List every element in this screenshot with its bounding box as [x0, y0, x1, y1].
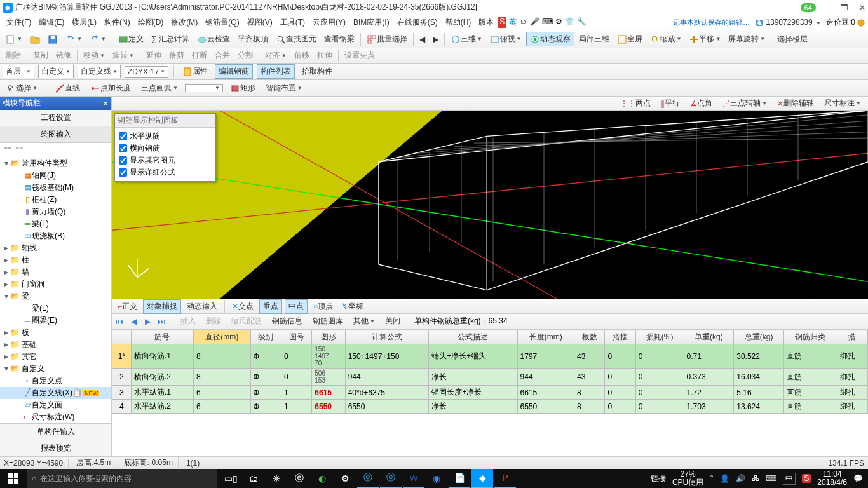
tray-cpu[interactable]: 27%CPU使用 [672, 470, 703, 487]
tree-slab[interactable]: ▭现浇板(B) [0, 230, 111, 242]
col-header[interactable]: 级别 [250, 330, 281, 344]
property-button[interactable]: 属性 [179, 65, 211, 78]
batch-select-button[interactable]: 批量选择 [363, 32, 410, 46]
split-action[interactable]: 分割 [234, 49, 256, 62]
table-cell[interactable]: Φ [250, 386, 281, 400]
tree-custom-point[interactable]: ◦自定义点 [0, 375, 111, 387]
table-row[interactable]: 1*横向钢筋.18Φ0150149770150+1497+150端头+净长+端头… [112, 344, 868, 369]
word-icon[interactable]: W [403, 469, 424, 488]
table-cell[interactable]: 944 [345, 369, 429, 386]
table-cell[interactable]: 8 [194, 344, 250, 369]
table-cell[interactable]: 3 [112, 386, 132, 400]
col-header[interactable]: 搭 [837, 330, 867, 344]
menu-bim[interactable]: BIM应用(I) [349, 16, 393, 29]
ppt-icon[interactable]: P [494, 469, 516, 488]
insert-row[interactable]: 插入 [177, 315, 199, 328]
tree-group-other[interactable]: ▸📁 其它 [0, 351, 111, 363]
tray-ime[interactable]: 中 [783, 473, 796, 485]
tree-beam-l[interactable]: ═梁(L) [0, 302, 111, 315]
table-cell[interactable]: 横向钢筋.2 [131, 369, 193, 386]
align-action[interactable]: 对齐▼ [262, 49, 290, 62]
table-cell[interactable]: 0 [281, 344, 311, 369]
table-cell[interactable]: 2 [112, 369, 132, 386]
merge-action[interactable]: 合并 [212, 49, 233, 62]
menu-online[interactable]: 在线服务(S) [393, 16, 442, 29]
grip-action[interactable]: 设置夹点 [341, 49, 378, 62]
category-combo[interactable]: 自定义▼ [38, 65, 74, 78]
menu-view[interactable]: 视图(V) [243, 16, 276, 29]
offset-action[interactable]: 偏移 [291, 49, 313, 62]
table-cell[interactable]: 16.034 [734, 369, 784, 386]
ime-smile-icon[interactable]: ☺ [519, 17, 527, 28]
table-cell[interactable]: 0 [605, 344, 635, 369]
table-cell[interactable]: 横向钢筋.1 [131, 344, 193, 369]
table-cell[interactable]: 944 [517, 369, 574, 386]
snap-coord[interactable]: ↯坐标 [339, 300, 367, 313]
table-cell[interactable]: 8 [194, 369, 250, 386]
table-cell[interactable]: 0 [605, 369, 635, 386]
first-record[interactable]: ⏮ [114, 316, 125, 327]
prev-record[interactable]: ◀ [128, 316, 139, 327]
menu-floor[interactable]: 楼层(L) [68, 16, 100, 29]
tree-group-column[interactable]: ▸📁 柱 [0, 254, 111, 266]
expand-icon[interactable]: ⁺⁺ [4, 145, 11, 154]
tray-up-icon[interactable]: ˄ [710, 474, 714, 483]
tray-volume-icon[interactable]: 🔊 [736, 474, 745, 483]
table-cell[interactable]: Φ [250, 369, 281, 386]
cb-show-formula[interactable] [119, 168, 127, 177]
move-action[interactable]: 移动▼ [80, 49, 108, 62]
ime-shirt-icon[interactable]: 👕 [565, 17, 574, 28]
table-cell[interactable]: 0 [635, 386, 684, 400]
flat-board-button[interactable]: 平齐板顶 [234, 32, 271, 46]
table-cell[interactable]: 净长 [429, 369, 517, 386]
close-panel[interactable]: 关闭 [382, 315, 403, 328]
table-cell[interactable]: 1* [112, 344, 132, 369]
tree-ringbeam[interactable]: ═圈梁(E) [0, 315, 111, 327]
parallel-aux[interactable]: ‖ 平行 [658, 97, 683, 110]
rebar-info[interactable]: 钢筋信息 [269, 315, 306, 328]
line-tool[interactable]: 直线 [51, 81, 83, 95]
maximize-button[interactable]: 🗖 [840, 3, 848, 12]
chrome-icon[interactable]: ◉ [426, 469, 447, 488]
ime-keyb-icon[interactable]: ⌨ [542, 17, 553, 28]
table-cell[interactable]: 端头+净长+端头 [429, 344, 517, 369]
tree-group-opening[interactable]: ▸📁 门窗洞 [0, 278, 111, 290]
table-cell[interactable]: 4 [112, 400, 132, 414]
tray-network-icon[interactable]: 🖧 [752, 474, 759, 483]
col-header[interactable] [112, 330, 132, 344]
mirror-action[interactable]: 镜像 [53, 49, 74, 62]
rebar-table[interactable]: 筋号直径(mm)级别图号图形计算公式公式描述长度(mm)根数搭接损耗(%)单重(… [112, 329, 868, 456]
ortho-toggle[interactable]: ⌐正交 [114, 300, 140, 313]
extend-action[interactable]: 延伸 [143, 49, 165, 62]
select-floor-button[interactable]: 选择楼层 [774, 32, 811, 46]
zaojiadou[interactable]: 造价豆:0 [826, 17, 865, 28]
tray-keyboard-icon[interactable]: ⌨ [766, 474, 776, 483]
nav-engineering-settings[interactable]: 工程设置 [0, 110, 111, 126]
smart-layout-tool[interactable]: 智能布置▼ [262, 81, 306, 95]
blank-combo[interactable]: ▼ [185, 84, 223, 92]
table-cell[interactable]: 0 [635, 400, 684, 414]
table-cell[interactable]: 6615 [312, 386, 345, 400]
snap-intersection[interactable]: ✕交点 [229, 300, 257, 313]
snap-perp[interactable]: 垂点 [259, 299, 282, 314]
dim-annot[interactable]: 尺寸标注▼ [821, 97, 864, 110]
table-cell[interactable]: 直筋 [783, 369, 837, 386]
menu-rebar[interactable]: 钢筋量(Q) [201, 16, 243, 29]
tray-people-icon[interactable]: 👤 [720, 474, 729, 483]
menu-component[interactable]: 构件(N) [100, 16, 134, 29]
taskbar-search[interactable]: ○ 在这里输入你要搜索的内容 [27, 469, 217, 488]
nav-report-preview[interactable]: 报表预览 [0, 440, 111, 456]
table-cell[interactable]: 30.522 [734, 344, 784, 369]
cloud-check-button[interactable]: 云检查 [194, 32, 233, 46]
table-cell[interactable]: 绑扎 [837, 369, 867, 386]
edge-icon[interactable]: ⓔ [357, 469, 379, 488]
arc-tool[interactable]: 三点画弧▼ [138, 81, 181, 95]
table-cell[interactable]: 6550 [517, 400, 574, 414]
tree-axis-grid[interactable]: ▦轴网(J) [0, 170, 111, 182]
delete-action[interactable]: 删除 [3, 49, 24, 62]
table-cell[interactable]: 0 [635, 344, 684, 369]
table-row[interactable]: 3水平纵筋.16Φ1661540*d+6375锚固长度+净长66158001.7… [112, 386, 868, 400]
osnap-toggle[interactable]: 对象捕捉 [143, 299, 181, 314]
tree-group-wall[interactable]: ▸📁 墙 [0, 266, 111, 278]
screen-rotate-button[interactable]: 屏幕旋转▼ [725, 32, 768, 46]
